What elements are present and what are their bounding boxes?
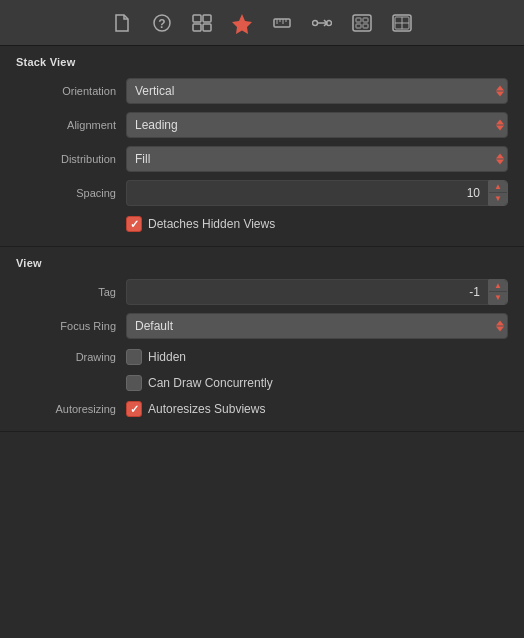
svg-rect-15: [356, 18, 361, 22]
spacing-decrement-button[interactable]: ▼: [489, 193, 507, 205]
can-draw-checkbox-wrapper[interactable]: Can Draw Concurrently: [126, 375, 273, 391]
detaches-label: Detaches Hidden Views: [148, 217, 275, 231]
autoresizes-label: Autoresizes Subviews: [148, 402, 265, 416]
focus-ring-select[interactable]: Default None Exterior: [126, 313, 508, 339]
distribution-select-wrapper: Fill Fill Equally Fill Proportionally Eq…: [126, 146, 508, 172]
svg-text:?: ?: [158, 17, 165, 31]
detaches-checkbox-wrapper[interactable]: ✓ Detaches Hidden Views: [126, 216, 275, 232]
tag-stepper: -1 ▲ ▼: [126, 279, 508, 305]
autoresizes-checkbox[interactable]: ✓: [126, 401, 142, 417]
autoresizing-control: ✓ Autoresizes Subviews: [126, 401, 508, 417]
stack-view-title: Stack View: [0, 46, 524, 74]
focus-ring-label: Focus Ring: [16, 320, 126, 332]
library-icon[interactable]: [191, 12, 213, 34]
spacing-label: Spacing: [16, 187, 126, 199]
connections-icon[interactable]: [311, 12, 333, 34]
svg-rect-17: [356, 24, 361, 28]
spacing-input[interactable]: 10: [126, 180, 488, 206]
drawing-control: Hidden: [126, 349, 508, 365]
toolbar: ?: [0, 0, 524, 46]
orientation-label: Orientation: [16, 85, 126, 97]
alignment-row: Alignment Leading Fill Center Trailing: [0, 108, 524, 142]
orientation-select[interactable]: Vertical Horizontal: [126, 78, 508, 104]
attributes-icon[interactable]: [231, 12, 253, 34]
detaches-row: ✓ Detaches Hidden Views: [0, 210, 524, 238]
svg-rect-5: [203, 24, 211, 31]
bindings-icon[interactable]: [351, 12, 373, 34]
svg-rect-6: [274, 19, 290, 27]
view-title: View: [0, 247, 524, 275]
can-draw-row: Can Draw Concurrently: [0, 371, 524, 395]
drawing-label: Drawing: [16, 351, 126, 363]
svg-point-11: [313, 20, 318, 25]
svg-rect-2: [193, 15, 201, 22]
tag-control: -1 ▲ ▼: [126, 279, 508, 305]
autoresizing-label: Autoresizing: [16, 403, 126, 415]
spacing-row: Spacing 10 ▲ ▼: [0, 176, 524, 210]
detaches-checkmark: ✓: [130, 219, 139, 230]
drawing-row: Drawing Hidden: [0, 343, 524, 371]
alignment-label: Alignment: [16, 119, 126, 131]
alignment-select[interactable]: Leading Fill Center Trailing: [126, 112, 508, 138]
svg-rect-14: [353, 15, 371, 31]
orientation-select-wrapper: Vertical Horizontal: [126, 78, 508, 104]
orientation-row: Orientation Vertical Horizontal: [0, 74, 524, 108]
detaches-checkbox[interactable]: ✓: [126, 216, 142, 232]
orientation-control: Vertical Horizontal: [126, 78, 508, 104]
tag-stepper-buttons: ▲ ▼: [488, 279, 508, 305]
tag-label: Tag: [16, 286, 126, 298]
alignment-select-wrapper: Leading Fill Center Trailing: [126, 112, 508, 138]
svg-rect-18: [363, 24, 368, 28]
hidden-label: Hidden: [148, 350, 186, 364]
focus-ring-select-wrapper: Default None Exterior: [126, 313, 508, 339]
tag-increment-button[interactable]: ▲: [489, 280, 507, 292]
autoresizes-checkmark: ✓: [130, 404, 139, 415]
can-draw-checkbox[interactable]: [126, 375, 142, 391]
spacing-increment-button[interactable]: ▲: [489, 181, 507, 193]
autoresizing-row: Autoresizing ✓ Autoresizes Subviews: [0, 395, 524, 423]
svg-rect-4: [193, 24, 201, 31]
distribution-row: Distribution Fill Fill Equally Fill Prop…: [0, 142, 524, 176]
can-draw-label: Can Draw Concurrently: [148, 376, 273, 390]
autoresizes-checkbox-wrapper[interactable]: ✓ Autoresizes Subviews: [126, 401, 508, 417]
file-icon[interactable]: [111, 12, 133, 34]
focus-ring-row: Focus Ring Default None Exterior: [0, 309, 524, 343]
distribution-select[interactable]: Fill Fill Equally Fill Proportionally Eq…: [126, 146, 508, 172]
spacing-stepper-buttons: ▲ ▼: [488, 180, 508, 206]
focus-ring-control: Default None Exterior: [126, 313, 508, 339]
tag-row: Tag -1 ▲ ▼: [0, 275, 524, 309]
spacing-control: 10 ▲ ▼: [126, 180, 508, 206]
tag-decrement-button[interactable]: ▼: [489, 292, 507, 304]
tag-input[interactable]: -1: [126, 279, 488, 305]
spacing-stepper: 10 ▲ ▼: [126, 180, 508, 206]
svg-rect-3: [203, 15, 211, 22]
help-icon[interactable]: ?: [151, 12, 173, 34]
svg-rect-16: [363, 18, 368, 22]
view-section: View Tag -1 ▲ ▼ Focus Ring Default None …: [0, 247, 524, 432]
alignment-control: Leading Fill Center Trailing: [126, 112, 508, 138]
hidden-checkbox[interactable]: [126, 349, 142, 365]
effects-icon[interactable]: [391, 12, 413, 34]
stack-view-section: Stack View Orientation Vertical Horizont…: [0, 46, 524, 247]
ruler-icon[interactable]: [271, 12, 293, 34]
distribution-label: Distribution: [16, 153, 126, 165]
distribution-control: Fill Fill Equally Fill Proportionally Eq…: [126, 146, 508, 172]
hidden-checkbox-wrapper[interactable]: Hidden: [126, 349, 508, 365]
